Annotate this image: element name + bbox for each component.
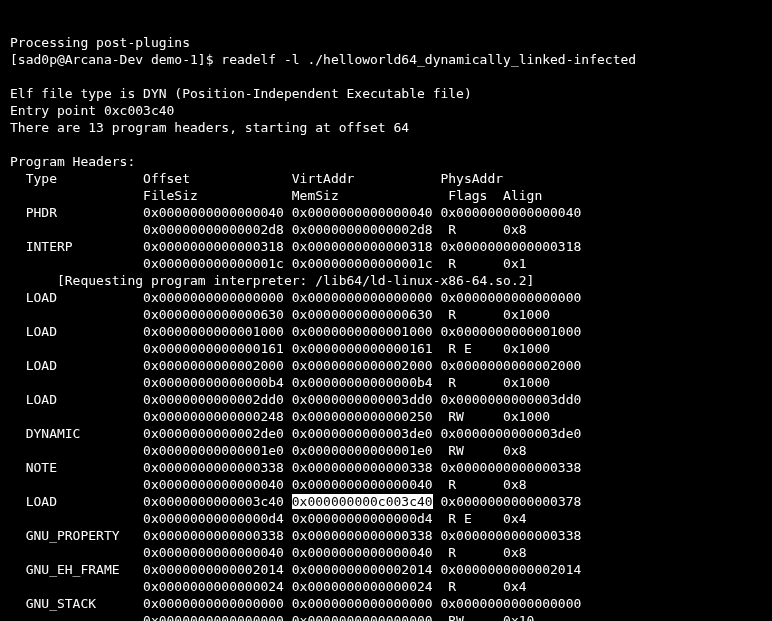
term-line: 0x0000000000000161 0x0000000000000161 R … (10, 341, 550, 356)
term-line: Type Offset VirtAddr PhysAddr (10, 171, 503, 186)
terminal-output: Processing post-plugins [sad0p@Arcana-De… (0, 34, 772, 621)
term-line: GNU_PROPERTY 0x0000000000000338 0x000000… (10, 528, 581, 543)
term-line: LOAD 0x0000000000003c40 0x000000000c003c… (10, 494, 581, 509)
term-line: 0x0000000000000040 0x0000000000000040 R … (10, 477, 527, 492)
term-line: FileSiz MemSiz Flags Align (10, 188, 542, 203)
term-line: 0x0000000000000000 0x0000000000000000 RW… (10, 613, 534, 621)
term-line: Entry point 0xc003c40 (10, 103, 174, 118)
term-line: DYNAMIC 0x0000000000002de0 0x00000000000… (10, 426, 581, 441)
term-line: [Requesting program interpreter: /lib64/… (10, 273, 534, 288)
term-line: 0x0000000000000630 0x0000000000000630 R … (10, 307, 550, 322)
term-line: Processing post-plugins (10, 35, 190, 50)
term-line: There are 13 program headers, starting a… (10, 120, 409, 135)
term-line: LOAD 0x0000000000001000 0x00000000000010… (10, 324, 581, 339)
term-line: LOAD 0x0000000000000000 0x00000000000000… (10, 290, 581, 305)
term-line: LOAD 0x0000000000002000 0x00000000000020… (10, 358, 581, 373)
term-line: 0x0000000000000040 0x0000000000000040 R … (10, 545, 527, 560)
term-line: INTERP 0x0000000000000318 0x000000000000… (10, 239, 581, 254)
term-line: 0x00000000000001e0 0x00000000000001e0 RW… (10, 443, 527, 458)
term-line: LOAD 0x0000000000002dd0 0x0000000000003d… (10, 392, 581, 407)
command: readelf -l ./helloworld64_dynamically_li… (221, 52, 636, 67)
term-line: 0x00000000000000b4 0x00000000000000b4 R … (10, 375, 550, 390)
term-line: 0x0000000000000024 0x0000000000000024 R … (10, 579, 527, 594)
prompt: [sad0p@Arcana-Dev demo-1]$ (10, 52, 214, 67)
term-line: Elf file type is DYN (Position-Independe… (10, 86, 472, 101)
term-line: PHDR 0x0000000000000040 0x00000000000000… (10, 205, 581, 220)
term-line: Program Headers: (10, 154, 135, 169)
term-line: GNU_STACK 0x0000000000000000 0x000000000… (10, 596, 581, 611)
term-line: 0x00000000000000d4 0x00000000000000d4 R … (10, 511, 527, 526)
term-line: 0x000000000000001c 0x000000000000001c R … (10, 256, 527, 271)
term-line: [sad0p@Arcana-Dev demo-1]$ readelf -l ./… (10, 52, 636, 67)
highlight-virtaddr: 0x000000000c003c40 (292, 494, 433, 509)
term-line: 0x0000000000000248 0x0000000000000250 RW… (10, 409, 550, 424)
term-line: GNU_EH_FRAME 0x0000000000002014 0x000000… (10, 562, 581, 577)
term-line: NOTE 0x0000000000000338 0x00000000000003… (10, 460, 581, 475)
term-line: 0x00000000000002d8 0x00000000000002d8 R … (10, 222, 527, 237)
